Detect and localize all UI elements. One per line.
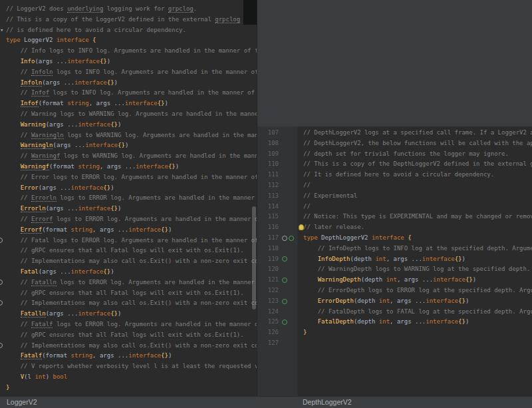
- code-line[interactable]: V(l int) bool: [6, 372, 257, 383]
- code-line[interactable]: Fatal(args ...interface{}): [6, 267, 257, 278]
- breadcrumb-depthloggerv2[interactable]: DepthLoggerV2: [303, 398, 352, 406]
- code-line[interactable]: // DepthLoggerV2, the below functions wi…: [303, 138, 532, 149]
- code-line[interactable]: // Errorf logs to ERROR log. Arguments a…: [6, 214, 257, 225]
- intention-bulb-icon[interactable]: [299, 224, 304, 230]
- implemented-gutter-icon[interactable]: [282, 299, 287, 304]
- right-editor-pane[interactable]: 1071081091101111121131141151161171181191…: [257, 126, 532, 397]
- line-number[interactable]: 120: [257, 264, 279, 275]
- code-line[interactable]: Error(args ...interface{}): [6, 183, 257, 194]
- code-line[interactable]: Infof(format string, args ...interface{}…: [6, 99, 257, 109]
- code-line[interactable]: // Fatal logs to ERROR log. Arguments ar…: [6, 236, 257, 246]
- line-number[interactable]: 110: [257, 159, 279, 170]
- code-line[interactable]: WarningDepth(depth int, args ...interfac…: [303, 275, 532, 286]
- code-token: [6, 163, 21, 170]
- code-line[interactable]: // Warningln logs to WARNING log. Argume…: [6, 130, 257, 141]
- code-line[interactable]: //: [303, 202, 532, 212]
- line-number[interactable]: 117: [257, 233, 279, 244]
- code-line[interactable]: // FatalDepth logs to FATAL log at the s…: [303, 307, 532, 317]
- breadcrumb-loggerv2[interactable]: LoggerV2: [7, 398, 37, 406]
- code-token: ): [46, 373, 53, 380]
- code-line[interactable]: Fatalf(format string, args ...interface{…: [6, 351, 257, 361]
- code-line[interactable]: // Fatalf logs to ERROR log. Arguments a…: [6, 319, 257, 330]
- code-line[interactable]: Fatalln(args ...interface{}): [6, 309, 257, 319]
- code-line[interactable]: // Infoln logs to INFO log. Arguments ar…: [6, 67, 257, 78]
- code-line[interactable]: // WarningDepth logs to WARNING log at t…: [303, 264, 532, 275]
- line-number[interactable]: 126: [257, 327, 279, 338]
- code-line[interactable]: // Errorln logs to ERROR log. Arguments …: [6, 193, 257, 204]
- code-line[interactable]: // Experimental: [303, 191, 532, 202]
- code-token: Infoln: [21, 79, 43, 87]
- left-code-area[interactable]: // LoggerV2 does underlying logging work…: [0, 4, 257, 393]
- code-line[interactable]: Warning(args ...interface{}): [6, 120, 257, 130]
- code-line[interactable]: // Notice: This type is EXPERIMENTAL and…: [303, 212, 532, 222]
- scrollbar-thumb[interactable]: [252, 206, 256, 309]
- code-line[interactable]: // depth set for trivial functions the l…: [303, 149, 532, 160]
- implemented-gutter-icon[interactable]: [289, 236, 294, 241]
- code-line[interactable]: // InfoDepth logs to INFO log at the spe…: [303, 244, 532, 254]
- code-line[interactable]: // gRPC ensures that all Fatal logs will…: [6, 288, 257, 299]
- left-editor-pane[interactable]: // LoggerV2 does underlying logging work…: [0, 0, 257, 397]
- code-line[interactable]: Infoln(args ...interface{}): [6, 78, 257, 89]
- line-number[interactable]: 116: [257, 222, 279, 233]
- code-line[interactable]: Warningln(args ...interface{}): [6, 140, 257, 151]
- overridden-gutter-icon[interactable]: [282, 236, 287, 241]
- line-number[interactable]: 111: [257, 170, 279, 180]
- code-line[interactable]: // This is a copy of the LoggerV2 define…: [6, 15, 257, 25]
- code-line[interactable]: Errorf(format string, args ...interface{…: [6, 225, 257, 236]
- code-line[interactable]: type LoggerV2 interface {: [6, 35, 257, 46]
- right-code-area[interactable]: // DepthLoggerV2 logs at a specified cal…: [297, 128, 532, 349]
- code-line[interactable]: // Warning logs to WARNING log. Argument…: [6, 109, 257, 120]
- line-number[interactable]: 107: [257, 128, 279, 138]
- implemented-gutter-icon[interactable]: [282, 278, 287, 283]
- code-token: // Error logs to ERROR log. Arguments ar…: [21, 174, 257, 180]
- code-line[interactable]: // gRPC ensures that all Fatal logs will…: [6, 246, 257, 256]
- code-line[interactable]: FatalDepth(depth int, args ...interface{…: [303, 317, 532, 327]
- code-line[interactable]: // Implementations may also call os.Exit…: [6, 256, 257, 267]
- code-line[interactable]: // DepthLoggerV2 logs at a specified cal…: [303, 128, 532, 138]
- code-line[interactable]: Info(args ...interface{}): [6, 57, 257, 67]
- code-line[interactable]: // V reports whether verbosity level l i…: [6, 361, 257, 372]
- code-line[interactable]: // Info logs to INFO log. Arguments are …: [6, 46, 257, 57]
- code-line[interactable]: [303, 338, 532, 349]
- line-number[interactable]: 125: [257, 317, 279, 327]
- code-line[interactable]: // This is a copy of the DepthLoggerV2 d…: [303, 159, 532, 170]
- line-number[interactable]: 123: [257, 296, 279, 307]
- line-number[interactable]: 122: [257, 286, 279, 296]
- code-line[interactable]: Errorln(args ...interface{}): [6, 204, 257, 214]
- code-line[interactable]: // is defined here to avoid a circular d…: [6, 25, 257, 36]
- line-number[interactable]: 108: [257, 138, 279, 149]
- line-number[interactable]: 115: [257, 212, 279, 222]
- code-line[interactable]: // later release.: [303, 222, 532, 233]
- code-line[interactable]: InfoDepth(depth int, args ...interface{}…: [303, 254, 532, 265]
- code-line[interactable]: }: [303, 327, 532, 338]
- code-line[interactable]: // Implementations may also call os.Exit…: [6, 298, 257, 309]
- code-line[interactable]: }: [6, 383, 257, 393]
- implemented-gutter-icon[interactable]: [282, 256, 287, 262]
- code-line[interactable]: // It is defined here to avoid a circula…: [303, 170, 532, 180]
- line-number[interactable]: 119: [257, 254, 279, 265]
- code-line[interactable]: // Implementations may also call os.Exit…: [6, 341, 257, 351]
- line-number[interactable]: 114: [257, 202, 279, 212]
- line-number[interactable]: 113: [257, 191, 279, 202]
- code-line[interactable]: ErrorDepth(depth int, args ...interface{…: [303, 296, 532, 307]
- code-line[interactable]: // LoggerV2 does underlying logging work…: [6, 4, 257, 15]
- code-line[interactable]: // Warningf logs to WARNING log. Argumen…: [6, 151, 257, 162]
- line-number[interactable]: 121: [257, 275, 279, 286]
- code-line[interactable]: // ErrorDepth logs to ERROR log at the s…: [303, 286, 532, 296]
- fold-icon[interactable]: ▾: [0, 27, 3, 33]
- code-line[interactable]: //: [303, 180, 532, 191]
- code-line[interactable]: // Infof logs to INFO log. Arguments are…: [6, 88, 257, 99]
- line-number[interactable]: 118: [257, 244, 279, 254]
- code-token: [6, 342, 21, 349]
- code-line[interactable]: // Error logs to ERROR log. Arguments ar…: [6, 172, 257, 183]
- code-line[interactable]: // Fatalln logs to ERROR log. Arguments …: [6, 278, 257, 288]
- code-token: interface: [433, 276, 466, 283]
- line-number[interactable]: 112: [257, 180, 279, 191]
- code-line[interactable]: Warningf(format string, args ...interfac…: [6, 162, 257, 172]
- line-number[interactable]: 124: [257, 307, 279, 317]
- code-line[interactable]: type DepthLoggerV2 interface {: [303, 233, 532, 244]
- code-line[interactable]: // gRPC ensures that all Fatal logs will…: [6, 330, 257, 341]
- line-number[interactable]: 127: [257, 338, 279, 349]
- implemented-gutter-icon[interactable]: [282, 319, 287, 325]
- line-number[interactable]: 109: [257, 149, 279, 160]
